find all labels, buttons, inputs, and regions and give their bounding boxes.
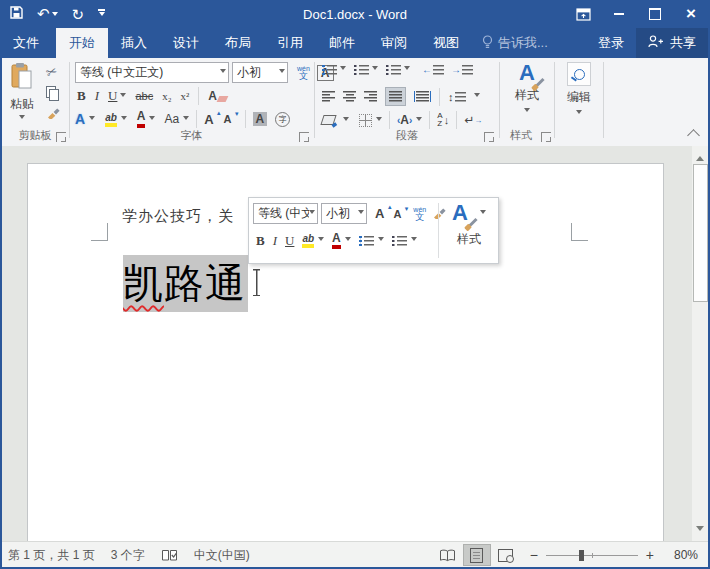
selected-text-rest: 路通 (164, 261, 246, 305)
zoom-level[interactable]: 80% (664, 548, 698, 562)
cut-icon[interactable]: ✂ (44, 62, 62, 81)
tab-home[interactable]: 开始 (56, 28, 108, 58)
align-center-icon[interactable] (343, 91, 356, 102)
font-color-button[interactable]: A (137, 110, 146, 127)
styles-A-brush-icon: 样式A (519, 62, 535, 84)
vertical-scrollbar[interactable] (692, 146, 708, 541)
mini-bold-button[interactable]: B (256, 233, 265, 249)
enclose-characters-button[interactable]: 字 (275, 112, 290, 127)
font-size-combo[interactable]: 小初 (232, 62, 288, 83)
line-spacing-icon[interactable] (448, 91, 466, 103)
increase-indent-icon[interactable] (451, 64, 473, 75)
grow-font-button[interactable]: A (204, 112, 219, 127)
mini-font-name-combo[interactable]: 等线 (中文 (253, 203, 318, 224)
share-button[interactable]: 共享 (636, 28, 708, 58)
paste-button[interactable]: 粘贴 (4, 62, 40, 122)
minimize-button[interactable] (606, 3, 632, 25)
clipboard-dialog-launcher-icon[interactable] (56, 132, 66, 142)
zoom-slider[interactable] (546, 555, 638, 556)
align-left-icon[interactable] (322, 91, 335, 102)
change-case-button[interactable]: Aa (164, 112, 179, 126)
mini-numbering-icon[interactable] (392, 236, 407, 246)
subscript-button[interactable]: x₂ (162, 90, 171, 102)
multilevel-dropdown-icon (404, 66, 410, 73)
copy-icon[interactable] (46, 86, 56, 98)
mini-phonetic-guide-icon[interactable]: wén 文 (413, 206, 426, 222)
tab-layout[interactable]: 布局 (212, 28, 264, 58)
zoom-slider-thumb[interactable] (579, 550, 584, 561)
tab-file[interactable]: 文件 (0, 28, 52, 58)
sign-in-button[interactable]: 登录 (586, 28, 636, 58)
multilevel-list-icon[interactable] (386, 65, 401, 75)
tab-review[interactable]: 审阅 (368, 28, 420, 58)
tab-mailings[interactable]: 邮件 (316, 28, 368, 58)
sort-button[interactable]: AZ (437, 112, 449, 128)
mini-bullets-icon[interactable] (359, 236, 374, 246)
read-mode-button[interactable] (435, 545, 461, 565)
tab-view[interactable]: 视图 (420, 28, 472, 58)
shading-bucket-icon[interactable] (320, 115, 336, 125)
phonetic-guide-icon[interactable]: wén 文 (297, 65, 310, 81)
font-name-combo[interactable]: 等线 (中文正文) (75, 62, 229, 83)
shrink-font-button[interactable]: A (224, 113, 238, 125)
clear-formatting-button[interactable]: A (208, 89, 225, 103)
font-dialog-launcher-icon[interactable] (299, 132, 309, 142)
mini-grow-font-button[interactable]: A (375, 206, 390, 221)
asian-layout-button[interactable]: ‹A› (397, 113, 412, 127)
tell-me-box[interactable]: 告诉我... (472, 28, 558, 58)
paragraph-dialog-launcher-icon[interactable] (484, 132, 494, 142)
text-effects-dropdown-icon (89, 116, 95, 123)
zoom-out-button[interactable]: − (530, 547, 538, 563)
tab-insert[interactable]: 插入 (108, 28, 160, 58)
web-layout-button[interactable] (493, 545, 519, 565)
italic-button[interactable]: I (95, 88, 99, 104)
scroll-up-icon[interactable] (696, 152, 704, 161)
bullets-icon[interactable] (322, 65, 337, 75)
numbering-icon[interactable] (354, 65, 369, 75)
mini-underline-button[interactable]: U (285, 233, 294, 249)
editing-button[interactable]: 编辑 (567, 62, 591, 117)
mini-styles-button[interactable]: A 样式 (445, 202, 493, 248)
mini-font-size-combo[interactable]: 小初 (321, 203, 367, 224)
format-painter-icon[interactable] (46, 105, 60, 123)
zoom-controls: − + (520, 547, 664, 563)
decrease-indent-icon[interactable] (422, 64, 444, 75)
page-indicator[interactable]: 第 1 页，共 1 页 (0, 547, 103, 564)
maximize-button[interactable] (642, 3, 668, 25)
justify-button-active[interactable] (385, 87, 406, 106)
tab-references[interactable]: 引用 (264, 28, 316, 58)
tab-bar-spacer (558, 28, 586, 58)
scroll-down-icon[interactable] (696, 526, 704, 535)
editing-group: 编辑 (556, 58, 602, 145)
proofing-icon[interactable] (153, 549, 186, 562)
mini-italic-button[interactable]: I (273, 233, 277, 249)
bullets-dropdown-icon (340, 66, 346, 73)
align-right-icon[interactable] (364, 91, 377, 102)
character-shading-button[interactable]: A (253, 112, 268, 126)
tab-design[interactable]: 设计 (160, 28, 212, 58)
collapse-ribbon-icon[interactable] (687, 129, 700, 142)
styles-dialog-launcher-icon[interactable] (541, 132, 551, 142)
text-effects-button[interactable]: A (75, 111, 85, 127)
borders-icon[interactable] (359, 114, 372, 127)
window-controls: × (570, 0, 704, 28)
highlight-color-button[interactable]: ab (105, 112, 117, 127)
mini-toolbar: 等线 (中文 小初 A A wén 文 B I U ab (248, 197, 499, 264)
mini-font-color-button[interactable]: A (332, 232, 341, 249)
show-hide-marks-icon[interactable]: → (464, 113, 480, 127)
close-button[interactable]: × (678, 3, 704, 25)
word-count[interactable]: 3 个字 (103, 547, 153, 564)
scrollbar-thumb[interactable] (693, 164, 708, 302)
mini-highlight-button[interactable]: ab (302, 233, 314, 248)
underline-button[interactable]: U (108, 88, 126, 104)
mini-shrink-font-button[interactable]: A (393, 208, 407, 220)
superscript-button[interactable]: x² (181, 90, 190, 102)
ribbon-display-options-button[interactable] (570, 3, 596, 25)
zoom-in-button[interactable]: + (646, 547, 654, 563)
strikethrough-button[interactable]: abc (135, 90, 153, 102)
distribute-icon[interactable] (414, 91, 431, 102)
language-indicator[interactable]: 中文(中国) (186, 547, 258, 564)
print-layout-button[interactable] (463, 544, 491, 566)
styles-button[interactable]: 样式A 样式 (515, 62, 539, 115)
bold-button[interactable]: B (77, 88, 86, 104)
